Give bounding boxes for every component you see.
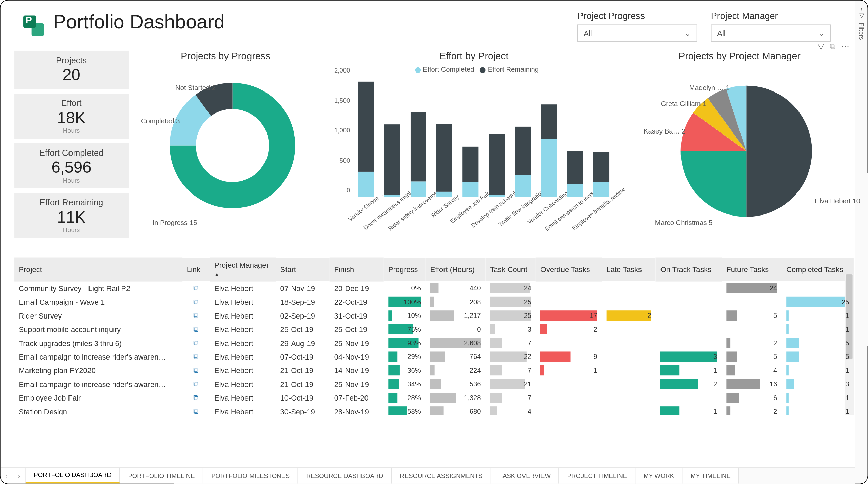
link-icon[interactable]: ⧉ [193, 311, 198, 320]
table-row[interactable]: Community Survey - Light Rail P2⧉Elva He… [14, 281, 854, 295]
project-name-cell: Email campaign to increase rider's aware… [14, 350, 182, 363]
slicer-dropdown[interactable]: All⌄ [577, 24, 697, 42]
table-row[interactable]: Email Campaign - Wave 1⧉Elva Hebert18-Se… [14, 295, 854, 309]
slicer-label: Project Manager [711, 11, 831, 21]
filters-pane-collapsed[interactable]: ‹ ▽ Filters [855, 1, 867, 484]
more-icon[interactable]: ⋯ [841, 42, 849, 52]
project-name-cell: Station Design [14, 405, 182, 415]
table-row[interactable]: Support mobile account inquiry⧉Elva Hebe… [14, 323, 854, 336]
bar-column[interactable]: Driver awareness traini… [381, 77, 403, 197]
table-header-cell[interactable]: Link [182, 258, 210, 282]
page-tab[interactable]: PORTFOLIO TIMELINE [120, 468, 203, 483]
table-header-cell[interactable]: Effort (Hours) [426, 258, 486, 282]
link-icon[interactable]: ⧉ [193, 297, 198, 306]
bar-column[interactable]: Email campaign to incre… [564, 77, 587, 197]
kpi-card[interactable]: Projects20 [14, 51, 129, 89]
project-logo-icon: P [23, 15, 44, 36]
page-tabs: ‹›PORTFOLIO DASHBOARDPORTFOLIO TIMELINEP… [1, 467, 855, 483]
pie-slice-label: Greta Gilliam 1 [661, 100, 707, 108]
kpi-card[interactable]: Effort Completed6,596Hours [14, 143, 129, 188]
projects-table[interactable]: ProjectLinkProject Manager ▲StartFinishP… [1, 258, 868, 415]
kpi-card[interactable]: Effort18KHours [14, 94, 129, 139]
bar-column[interactable]: Employee Job Fair [459, 77, 482, 197]
link-icon[interactable]: ⧉ [193, 325, 198, 333]
bar-column[interactable]: Develop train schedule [486, 77, 508, 197]
table-header-cell[interactable]: Finish [330, 258, 383, 282]
donut-slice-label: Completed 3 [141, 117, 180, 125]
table-row[interactable]: Station Design⧉Elva Hebert30-Sep-1928-No… [14, 405, 854, 415]
slicer-label: Project Progress [577, 11, 697, 21]
donut-slice-label: In Progress 15 [153, 219, 197, 227]
page-tab[interactable]: TASK OVERVIEW [491, 468, 559, 483]
table-row[interactable]: Email campaign to increase rider's aware… [14, 377, 854, 391]
filter-icon[interactable]: ▽ [818, 42, 824, 52]
project-name-cell: Email Campaign - Wave 1 [14, 295, 182, 309]
table-row[interactable]: Email campaign to increase rider's aware… [14, 350, 854, 363]
page-tab[interactable]: MY TIMELINE [683, 468, 739, 483]
bar-column[interactable]: Rider safety improveme… [407, 77, 430, 197]
page-tab[interactable]: PORTFOLIO DASHBOARD [26, 468, 120, 483]
chart-effort-by-project[interactable]: Effort by Project Effort CompletedEffort… [323, 51, 626, 258]
pie-svg [632, 60, 847, 243]
bar-column[interactable]: Employee benefits review [590, 77, 613, 197]
link-icon[interactable]: ⧉ [193, 352, 198, 361]
page-title: Portfolio Dashboard [53, 11, 225, 33]
chart-projects-by-manager[interactable]: Projects by Project Manager Elva Hebert … [625, 51, 854, 258]
project-name-cell: Track upgrades (miles 3 thru 6) [14, 336, 182, 350]
table-header-cell[interactable]: Task Count [486, 258, 536, 282]
table-header-cell[interactable]: Completed Tasks [782, 258, 854, 282]
slicer-dropdown[interactable]: All⌄ [711, 24, 831, 42]
kpi-card[interactable]: Effort Remaining11KHours [14, 193, 129, 238]
table-header-cell[interactable]: Future Tasks [722, 258, 782, 282]
project-name-cell: Community Survey - Light Rail P2 [14, 281, 182, 295]
link-icon[interactable]: ⧉ [193, 284, 198, 292]
page-tab[interactable]: PORTFOLIO MILESTONES [203, 468, 298, 483]
table-header-cell[interactable]: On Track Tasks [656, 258, 722, 282]
visual-toolbar: ▽ ⧉ ⋯ [818, 42, 849, 52]
page-tab[interactable]: RESOURCE ASSIGNMENTS [392, 468, 491, 483]
bar-column[interactable]: Traffic flow integration [512, 77, 534, 197]
bar-column[interactable]: Vendor Onboa… [355, 77, 377, 197]
table-header-cell[interactable]: Progress [383, 258, 426, 282]
tab-next[interactable]: › [13, 468, 26, 483]
bar-column[interactable]: Rider Survey [433, 77, 456, 197]
page-tab[interactable]: PROJECT TIMELINE [559, 468, 635, 483]
table-header-cell[interactable]: Project [14, 258, 182, 282]
project-name-cell: Marketing plan FY2020 [14, 364, 182, 377]
chart-projects-by-progress[interactable]: Projects by Progress In Progress 15Compl… [129, 51, 323, 258]
table-row[interactable]: Employee Job Fair⧉Elva Hebert10-Oct-1907… [14, 391, 854, 405]
project-name-cell: Email campaign to increase rider's aware… [14, 377, 182, 391]
table-header-cell[interactable]: Start [276, 258, 330, 282]
page-tab[interactable]: MY WORK [635, 468, 683, 483]
tab-prev[interactable]: ‹ [1, 468, 13, 483]
focus-icon[interactable]: ⧉ [830, 42, 835, 52]
table-row[interactable]: Rider Survey⧉Elva Hebert02-Sep-1931-Oct-… [14, 309, 854, 322]
link-icon[interactable]: ⧉ [193, 366, 198, 374]
chevron-down-icon: ⌄ [818, 29, 825, 37]
table-header-cell[interactable]: Overdue Tasks [536, 258, 602, 282]
link-icon[interactable]: ⧉ [193, 407, 198, 415]
pie-slice-label: Marco Christmas 5 [655, 219, 713, 227]
pie-slice-label: Madelyn … 1 [689, 84, 730, 92]
project-name-cell: Rider Survey [14, 309, 182, 322]
page-tab[interactable]: RESOURCE DASHBOARD [298, 468, 392, 483]
header: P Portfolio Dashboard Project Progress A… [1, 1, 868, 46]
link-icon[interactable]: ⧉ [193, 393, 198, 402]
project-name-cell: Employee Job Fair [14, 391, 182, 405]
table-header-cell[interactable]: Project Manager ▲ [210, 258, 276, 282]
table-header-cell[interactable]: Late Tasks [602, 258, 656, 282]
bar-legend: Effort CompletedEffort Remaining [330, 66, 618, 74]
bar-column[interactable]: Vendor Onboarding [538, 77, 560, 197]
table-row[interactable]: Track upgrades (miles 3 thru 6)⧉Elva Heb… [14, 336, 854, 350]
table-header-row: ProjectLinkProject Manager ▲StartFinishP… [14, 258, 854, 282]
link-icon[interactable]: ⧉ [193, 339, 198, 347]
kpi-cards: Projects20Effort18KHoursEffort Completed… [14, 51, 129, 258]
chevron-down-icon: ⌄ [685, 29, 691, 37]
pie-slice-label: Elva Hebert 10 [815, 197, 860, 205]
link-icon[interactable]: ⧉ [193, 380, 198, 388]
chevron-left-icon[interactable]: ‹ [861, 5, 863, 12]
table-row[interactable]: Marketing plan FY2020⧉Elva Hebert21-Oct-… [14, 364, 854, 377]
donut-slice-label: Not Started 2 [175, 84, 216, 92]
pie-slice-label: Kasey Ba… 2 [644, 127, 686, 136]
filter-funnel-icon: ▽ [859, 12, 864, 19]
